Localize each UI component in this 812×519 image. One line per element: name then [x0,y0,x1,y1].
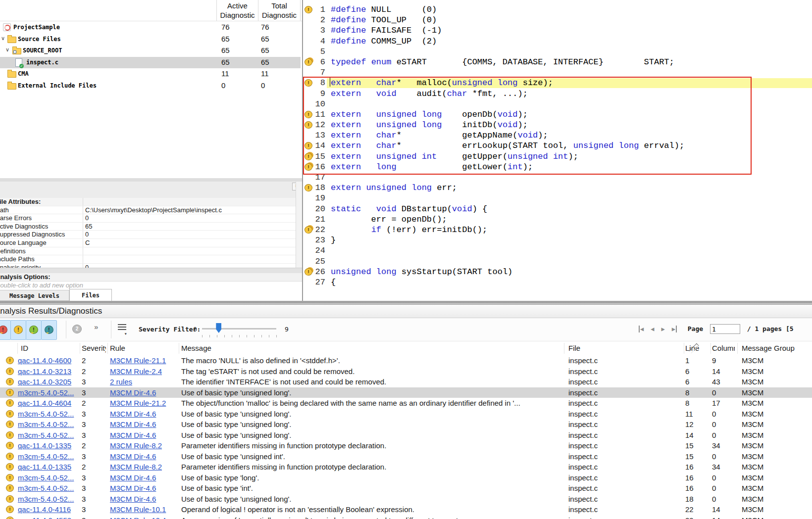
rule-link[interactable]: 2 rules [110,377,132,386]
code-line-26[interactable]: !26unsigned long sysStartup(START tool) [303,267,812,277]
tab-files[interactable]: Files [69,289,112,301]
code-line-22[interactable]: !22 if (!err) err=initDb(); [303,225,812,235]
code-line-20[interactable]: 20static void DBstartup(void) { [303,204,812,214]
tree-item-projectsample[interactable]: ProjectSample7676 [0,22,301,33]
attribute-row[interactable]: Source LanguageC [0,239,296,247]
attribute-value[interactable] [83,247,296,255]
main-splitter[interactable] [0,301,812,305]
tree-item-cma[interactable]: CMA1111 [0,68,301,80]
attribute-row[interactable]: PathC:\Users\mxyt\Desktop\ProjectSample\… [0,206,296,215]
diagnostic-id-link[interactable]: m3cm-5.4.0-52... [18,495,74,503]
rule-link[interactable]: M3CM Dir-4.6 [110,420,156,428]
table-row[interactable]: !qac-11.4.0-32132M3CM Rule-2.4The tag 'e… [0,366,812,377]
table-row[interactable]: !m3cm-5.4.0-52...3M3CM Dir-4.6Use of bas… [0,451,812,462]
attribute-value[interactable]: 0 [83,231,296,238]
expand-chevron-icon[interactable]: ∨ [5,47,9,53]
first-page-icon[interactable]: ◀ [639,326,644,332]
diagnostic-id-link[interactable]: qac-11.4.0-1335 [18,463,71,471]
diagnostic-id-link[interactable]: qac-11.4.0-3213 [18,367,71,376]
filter-info-button[interactable]: ! [26,320,42,340]
code-line-23[interactable]: 23} [303,235,812,245]
diagnostic-id-link[interactable]: m3cm-5.4.0-52... [18,410,74,418]
attribute-row[interactable]: Active Diagnostics65 [0,223,296,231]
rule-link[interactable]: M3CM Dir-4.6 [110,431,156,439]
table-row[interactable]: !qac-11.4.0-13352M3CM Rule-8.2Parameter … [0,440,812,451]
header-severity[interactable]: Severity [80,343,108,354]
diagnostic-id-link[interactable]: qac-11.4.0-4604 [18,399,71,407]
rule-link[interactable]: M3CM Rule-8.2 [110,441,162,450]
attribute-value[interactable]: C:\Users\mxyt\Desktop\ProjectSample\insp… [83,206,296,214]
attribute-row[interactable]: Definitions [0,247,296,256]
header-message[interactable]: Message [179,343,564,354]
add-option-placeholder[interactable]: Double-click to add new option [0,281,302,290]
header-message-group[interactable]: Message Group [738,343,812,354]
next-page-icon[interactable]: ▶ [661,326,664,332]
tree-item-inspect-c[interactable]: inspect.c6565 [0,57,301,68]
diagnostic-id-link[interactable]: m3cm-5.4.0-52... [18,420,74,428]
rule-link[interactable]: M3CM Rule-8.2 [110,463,162,471]
view-menu-icon[interactable]: ▾ [118,324,126,331]
table-row[interactable]: !m3cm-5.4.0-52...3M3CM Dir-4.6Use of bas… [0,387,812,398]
rule-link[interactable]: M3CM Rule-21.1 [110,356,166,365]
code-line-18[interactable]: !18extern unsigned long err; [303,183,812,193]
diagnostic-id-link[interactable]: m3cm-5.4.0-52... [18,388,74,397]
code-line-24[interactable]: 24 [303,245,812,256]
filter-warning-button[interactable]: ! [10,320,26,340]
diagnostic-id-link[interactable]: qac-11.4.0-4600 [18,356,71,365]
fast-forward-icon[interactable]: » [94,323,98,331]
code-line-5[interactable]: 5 [303,47,812,57]
severity-slider-thumb[interactable] [216,323,221,333]
header-column[interactable]: Column [711,343,738,354]
rule-link[interactable]: M3CM Dir-4.6 [110,484,156,492]
last-page-icon[interactable]: ▶ [672,326,677,332]
table-row[interactable]: !qac-11.4.0-46002M3CM Rule-21.1The macro… [0,355,812,366]
suppression-level-icon[interactable]: 2 [72,325,82,333]
table-row[interactable]: !qac-11.4.0-13352M3CM Rule-8.2Parameter … [0,462,812,472]
rule-link[interactable]: M3CM Dir-4.6 [110,410,156,418]
code-line-3[interactable]: 3#define FAILSAFE (-1) [303,25,812,36]
code-line-25[interactable]: 25 [303,256,812,267]
rule-link[interactable]: M3CM Rule-10.1 [110,505,166,514]
expand-chevron-icon[interactable]: ∨ [1,35,5,42]
attribute-value[interactable]: 65 [83,223,296,231]
rule-link[interactable]: M3CM Dir-4.6 [110,388,156,397]
rule-link[interactable]: M3CM Dir-4.6 [110,495,156,503]
header-file[interactable]: File [564,343,684,354]
rule-link[interactable]: M3CM Dir-4.6 [110,452,156,461]
header-id[interactable]: ID [18,343,80,354]
attribute-value[interactable]: C [83,239,296,247]
table-row[interactable]: !m3cm-5.4.0-52...3M3CM Dir-4.6Use of bas… [0,430,812,441]
table-row[interactable]: !qac-11.4.0-320532 rulesThe identifier '… [0,377,812,387]
code-line-2[interactable]: 2#define TOOL_UP (0) [303,15,812,25]
tab-message-levels[interactable]: Message Levels [0,290,69,301]
attribute-value[interactable] [83,255,296,263]
tree-item-source-root[interactable]: ∨SOURCE_ROOT6565 [0,45,301,56]
code-line-27[interactable]: 27{ [303,277,812,287]
horizontal-splitter[interactable] [0,178,302,182]
diagnostic-id-link[interactable]: qac-11.4.0-3205 [18,377,71,386]
filter-note-button[interactable]: ! [41,320,57,340]
attribute-row[interactable]: Parse Errors0 [0,214,296,223]
tree-header-active-diagnostic[interactable]: Active Diagnostic [216,0,258,21]
code-line-19[interactable]: 19 [303,193,812,203]
table-row[interactable]: !m3cm-5.4.0-52...3M3CM Dir-4.6Use of bas… [0,494,812,505]
previous-page-icon[interactable]: ◀ [651,326,654,332]
code-line-4[interactable]: 4#define COMMS_UP (2) [303,36,812,47]
attribute-value[interactable]: 0 [83,214,296,222]
severity-slider-track[interactable] [202,328,276,330]
tree-item-source-files[interactable]: ∨Source Files6565 [0,34,301,45]
header-rule[interactable]: Rule [108,343,179,354]
filter-error-button[interactable]: ! [0,320,11,340]
code-line-6[interactable]: !6typedef enum eSTART {COMMS, DATABASE, … [303,57,812,67]
attribute-row[interactable]: Include Paths [0,255,296,264]
attribute-row[interactable]: Suppressed Diagnostics0 [0,231,296,239]
table-row[interactable]: !m3cm-5.4.0-52...3M3CM Dir-4.6Use of bas… [0,419,812,430]
diagnostic-id-link[interactable]: qac-11.4.0-1335 [18,441,71,450]
tree-header-total-diagnostic[interactable]: Total Diagnostic [258,0,301,21]
table-row[interactable]: !m3cm-5.4.0-52...3M3CM Dir-4.6Use of bas… [0,472,812,483]
rule-link[interactable]: M3CM Rule-21.2 [110,399,166,407]
code-line-21[interactable]: 21 err = openDb(); [303,214,812,225]
page-number-input[interactable] [710,324,740,334]
tree-item-external-include-files[interactable]: External Include Files00 [0,80,301,92]
diagnostic-id-link[interactable]: qac-11.4.0-4558 [18,516,71,519]
